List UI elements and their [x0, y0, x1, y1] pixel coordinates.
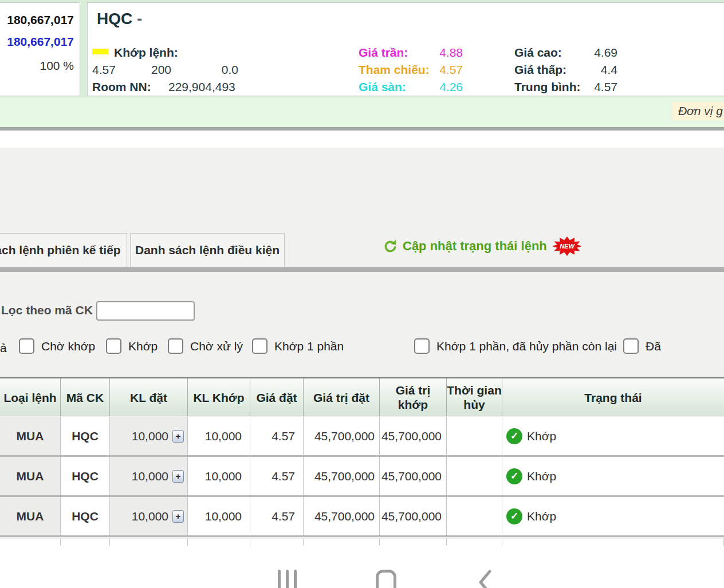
- checkbox-box[interactable]: [623, 338, 639, 354]
- svg-text:NEW: NEW: [560, 243, 575, 250]
- status-check-icon: ✓: [506, 508, 522, 524]
- floor-price-label: Giá sàn:: [359, 80, 406, 94]
- order-symbol: HQC: [61, 457, 110, 495]
- order-row: MUA HQC 10,000 + 10,000 4.57 45,700,000 …: [0, 457, 724, 497]
- order-side: MUA: [0, 457, 61, 495]
- checkbox-cho-xu-ly[interactable]: Chờ xử lý: [168, 338, 243, 354]
- checkbox-khop-1-phan-da-huy[interactable]: Khớp 1 phần, đã hủy phần còn lại: [414, 338, 617, 354]
- order-cancel-time: [447, 457, 502, 495]
- order-qty-cell: 10,000 +: [110, 417, 188, 455]
- tab-next-session-orders[interactable]: ách lệnh phiên kế tiếp: [0, 233, 127, 267]
- order-side: MUA: [0, 497, 61, 535]
- status-filter-partial-label: ả: [0, 341, 7, 355]
- high-price-value: 4.69: [563, 45, 617, 60]
- filter-by-symbol-label: Lọc theo mã CK: [1, 303, 93, 317]
- tab-underline-bar: [0, 267, 724, 272]
- order-value: 45,700,000: [304, 457, 380, 495]
- checkbox-box[interactable]: [106, 338, 121, 354]
- room-label: Room NN:: [92, 80, 151, 94]
- order-matched-qty: 10,000: [188, 457, 250, 495]
- status-check-icon: ✓: [506, 468, 522, 484]
- order-status-label: Khớp: [527, 510, 556, 523]
- low-price-label: Giá thấp:: [514, 62, 566, 77]
- home-button[interactable]: [376, 570, 396, 588]
- order-symbol: HQC: [61, 497, 110, 535]
- room-value: 229,904,493: [168, 80, 235, 94]
- symbol-filter-input[interactable]: [96, 301, 195, 321]
- matched-change: 0.0: [199, 62, 238, 77]
- order-price: 4.57: [250, 457, 304, 495]
- header-gia-dat: Giá đặt: [250, 378, 304, 416]
- order-qty-cell: 10,000 +: [110, 497, 188, 535]
- unit-note: Đơn vị g: [672, 102, 724, 120]
- order-row: MUA HQC 10,000 + 10,000 4.57 45,700,000 …: [0, 417, 724, 457]
- order-status-label: Khớp: [527, 469, 556, 483]
- header-thoi-gian-huy: Thời gian hủy: [447, 378, 502, 416]
- trading-app-screen: 180,667,017 180,667,017 100 % HQC - Khớp…: [0, 0, 724, 588]
- checkbox-box[interactable]: [19, 338, 34, 354]
- low-price-value: 4.4: [563, 62, 617, 77]
- order-matched-qty: 10,000: [188, 417, 250, 455]
- checkbox-khop-1-phan[interactable]: Khớp 1 phần: [252, 338, 344, 354]
- orders-section: ách lệnh phiên kế tiếp Danh sách lệnh đi…: [0, 148, 724, 588]
- checkbox-box[interactable]: [252, 338, 267, 354]
- order-cancel-time: [447, 497, 502, 535]
- order-price: 4.57: [250, 417, 304, 455]
- ownership-percent: 100 %: [40, 59, 74, 73]
- header-loai-lenh: Loại lệnh: [0, 378, 61, 416]
- refresh-icon: [383, 239, 398, 254]
- owned-shares-value: 180,667,017: [7, 35, 74, 49]
- order-value: 45,700,000: [304, 417, 380, 455]
- average-price-value: 4.57: [563, 80, 617, 94]
- checkbox-da-huy[interactable]: Đã: [623, 338, 661, 354]
- order-qty-cell: 10,000 +: [110, 457, 188, 495]
- bottom-spacer: [0, 546, 724, 588]
- recents-button[interactable]: [278, 570, 297, 588]
- order-cancel-time: [447, 417, 502, 455]
- order-symbol: HQC: [61, 417, 110, 455]
- quote-header-section: 180,667,017 180,667,017 100 % HQC - Khớp…: [0, 0, 724, 97]
- order-status-label: Khớp: [527, 429, 556, 443]
- quote-panel: HQC - Khớp lệnh: 4.57 200 0.0 Room NN: 2…: [87, 2, 724, 96]
- order-status-cell: ✓ Khớp: [502, 457, 724, 495]
- matched-price: 4.57: [92, 62, 116, 77]
- expand-order-button[interactable]: +: [172, 430, 184, 443]
- order-matched-value: 45,700,000: [380, 497, 447, 535]
- tab-conditional-orders[interactable]: Danh sách lệnh điều kiện: [130, 233, 285, 267]
- ceiling-price-value: 4.88: [406, 45, 463, 60]
- header-ma-ck: Mã CK: [61, 378, 110, 416]
- recents-bar-icon: [294, 570, 297, 588]
- floor-price-value: 4.26: [406, 80, 463, 94]
- header-trang-thai: Trạng thái: [502, 378, 724, 416]
- order-side: MUA: [0, 417, 61, 455]
- symbol-title: HQC -: [97, 10, 142, 28]
- order-value: 45,700,000: [304, 497, 380, 535]
- header-kl-dat: KL đặt: [110, 378, 188, 416]
- header-gia-tri-dat: Giá trị đặt: [304, 378, 380, 416]
- order-matched-qty: 10,000: [188, 497, 250, 535]
- spacer-band: [0, 131, 724, 148]
- order-qty: 10,000: [132, 469, 168, 483]
- account-summary-panel: 180,667,017 180,667,017 100 %: [0, 2, 80, 96]
- high-price-label: Giá cao:: [514, 45, 562, 60]
- unit-note-strip: Đơn vị g: [0, 97, 724, 127]
- orders-table-header: Loại lệnh Mã CK KL đặt KL Khớp Giá đặt G…: [0, 377, 724, 416]
- matched-volume: 200: [151, 62, 171, 77]
- update-order-status-link[interactable]: Cập nhật trạng thái lệnh NEW: [383, 235, 583, 258]
- back-button[interactable]: [478, 570, 493, 588]
- order-price: 4.57: [250, 497, 304, 535]
- expand-order-button[interactable]: +: [172, 470, 184, 483]
- order-matched-value: 45,700,000: [380, 457, 447, 495]
- expand-order-button[interactable]: +: [172, 510, 184, 523]
- order-qty: 10,000: [132, 429, 168, 443]
- checkbox-box[interactable]: [168, 338, 183, 354]
- status-check-icon: ✓: [506, 428, 522, 444]
- checkbox-cho-khop[interactable]: Chờ khớp: [19, 338, 95, 354]
- order-status-cell: ✓ Khớp: [502, 417, 724, 455]
- checkbox-khop[interactable]: Khớp: [106, 338, 158, 354]
- checkbox-box[interactable]: [414, 338, 430, 354]
- ceiling-price-label: Giá trần:: [359, 45, 408, 60]
- header-kl-khop: KL Khớp: [188, 378, 250, 416]
- new-badge-icon: NEW: [552, 236, 583, 256]
- total-shares-value: 180,667,017: [7, 13, 74, 27]
